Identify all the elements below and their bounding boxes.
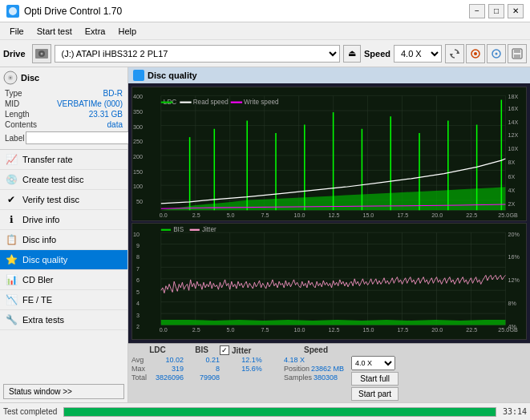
titlebar: Opti Drive Control 1.70 − □ ✕ [0,0,530,22]
svg-text:17.5: 17.5 [397,211,408,218]
refresh-icon[interactable] [445,44,464,63]
mid-label: MID [5,99,19,108]
save-icon[interactable] [508,44,527,63]
svg-text:6: 6 [136,277,140,284]
right-panel: Disc quality [128,67,530,402]
avg-label: Avg [131,356,144,364]
disc-header: Disc [3,71,124,85]
disc-icon [3,71,18,85]
svg-text:8: 8 [136,253,140,260]
minimize-button[interactable]: − [469,4,485,18]
nav-label-cd-bler: CD Bler [22,275,54,285]
chart-bis-svg: BIS Jitter 10 9 8 7 6 5 4 3 2 20% [132,224,526,339]
label-label: Label [5,134,24,143]
burn-icon[interactable] [466,44,485,63]
svg-text:14X: 14X [508,119,518,126]
nav-label-transfer-rate: Transfer rate [22,155,73,164]
nav-label-disc-info: Disc info [22,235,56,244]
bis-avg: 0.21 [205,356,220,364]
eject-button[interactable]: ⏏ [343,45,361,63]
samples-label: Samples [284,374,312,382]
titlebar-left: Opti Drive Control 1.70 [6,5,122,18]
start-part-button[interactable]: Start part [351,387,399,401]
type-label: Type [5,89,22,98]
status-window-button[interactable]: Status window >> [3,384,124,399]
chart-ldc: LDC Read speed Write speed 400 350 300 2… [131,87,527,221]
stats-data-row: Avg 10.02 Max 319 Total 3826096 0.2 [131,356,527,401]
bis-total: 79908 [200,374,220,382]
maximize-button[interactable]: □ [488,4,504,18]
svg-text:25.0: 25.0 [498,326,509,333]
svg-text:20.0: 20.0 [431,211,443,218]
drive-label: Drive [3,49,26,59]
samples-value: 380308 [314,374,338,382]
sidebar-item-disc-info[interactable]: 📋 Disc info [0,230,127,250]
svg-text:16%: 16% [508,253,520,260]
svg-rect-107 [161,228,171,230]
svg-text:5.0: 5.0 [227,211,235,218]
length-label: Length [5,110,30,119]
fe-te-icon: 📉 [5,293,18,306]
disc-info-icon: 📋 [5,233,18,246]
create-test-disc-icon: 💿 [5,173,18,186]
svg-text:7.5: 7.5 [261,211,269,218]
sidebar-item-disc-quality[interactable]: ⭐ Disc quality [0,250,127,270]
jitter-max: 15.6% [220,365,284,373]
menu-file[interactable]: File [3,25,30,38]
svg-text:20%: 20% [508,230,520,237]
svg-text:350: 350 [133,108,143,115]
menubar: File Start test Extra Help [0,22,530,40]
nav-label-extra-tests: Extra tests [22,315,64,325]
chart-title: Disc quality [148,71,197,80]
sidebar-item-create-test-disc[interactable]: 💿 Create test disc [0,170,127,190]
svg-text:Jitter: Jitter [202,224,216,232]
svg-text:12X: 12X [508,131,518,139]
stats-headers-row: LDC BIS ✓ Jitter Speed [131,345,527,355]
ldc-max: 319 [172,365,184,373]
sidebar-item-drive-info[interactable]: ℹ Drive info [0,210,127,230]
svg-text:8%: 8% [508,300,516,307]
speed-test-selector[interactable]: 4.0 X [351,356,395,370]
svg-text:300: 300 [133,123,143,131]
svg-rect-109 [190,228,200,230]
charts-area: LDC Read speed Write speed 400 350 300 2… [128,83,530,343]
menu-start-test[interactable]: Start test [30,25,79,38]
svg-text:8X: 8X [508,159,515,166]
close-button[interactable]: ✕ [508,4,524,18]
ldc-total: 3826096 [156,374,184,382]
bis-header: BIS [195,345,208,354]
drive-selector[interactable]: (J:) ATAPI iHBS312 2 PL17 [55,45,340,63]
svg-text:3: 3 [136,311,140,318]
svg-text:Write speed: Write speed [244,99,279,106]
disc-icon[interactable] [487,44,506,63]
svg-text:2.5: 2.5 [192,326,200,333]
svg-point-3 [40,52,42,55]
contents-value: data [107,120,123,129]
disc-mid-row: MID VERBATIMe (000) [3,99,124,109]
sidebar-item-fe-te[interactable]: 📉 FE / TE [0,290,127,310]
jitter-avg: 12.1% [220,356,284,364]
disc-length-row: Length 23.31 GB [3,109,124,119]
start-full-button[interactable]: Start full [351,372,399,386]
menu-extra[interactable]: Extra [79,25,112,38]
titlebar-controls: − □ ✕ [469,4,524,18]
sidebar-item-transfer-rate[interactable]: 📈 Transfer rate [0,150,127,170]
jitter-header: Jitter [232,346,251,355]
sidebar-item-verify-test-disc[interactable]: ✔ Verify test disc [0,190,127,210]
svg-rect-12 [514,55,520,58]
sidebar-item-cd-bler[interactable]: 📊 CD Bler [0,270,127,290]
svg-text:4: 4 [136,300,140,307]
svg-text:150: 150 [133,168,143,176]
svg-text:16X: 16X [508,105,518,112]
speed-selector[interactable]: 4.0 X [394,45,442,63]
extra-tests-icon: 🔧 [5,313,18,326]
jitter-checkbox[interactable]: ✓ [220,345,229,355]
disc-title: Disc [21,73,39,83]
svg-text:9: 9 [136,241,140,248]
drive-info-icon: ℹ [5,213,18,226]
svg-text:250: 250 [133,138,143,145]
label-input[interactable] [26,131,132,144]
menu-help[interactable]: Help [111,25,143,38]
sidebar-item-extra-tests[interactable]: 🔧 Extra tests [0,310,127,330]
svg-text:4X: 4X [508,187,515,194]
